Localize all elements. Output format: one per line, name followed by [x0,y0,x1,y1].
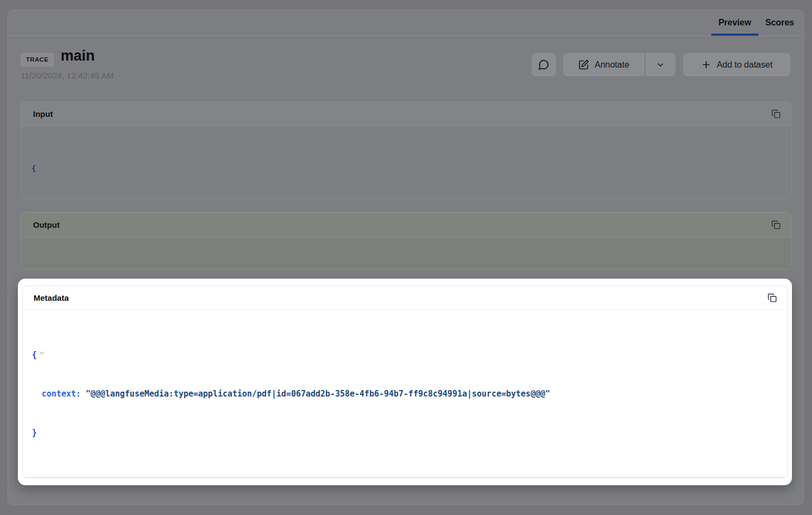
chevron-down-icon[interactable] [38,349,45,359]
json-open-brace: { [31,164,36,173]
metadata-json-viewer: { context: "@@@langfuseMedia:type=applic… [23,310,787,465]
annotate-button-label: Annotate [594,60,629,70]
annotate-button[interactable]: Annotate [563,53,645,76]
metadata-panel: Metadata { context: "@@@langfuseMedia:ty… [22,286,788,478]
trace-timestamp: 11/20/2024, 12:42:45 AM [21,71,114,81]
json-key: context: [42,389,81,399]
json-line: { [32,347,776,361]
tab-preview[interactable]: Preview [711,10,758,35]
json-line: context: "@@@langfuseMedia:type=applicat… [32,387,776,400]
copy-icon[interactable] [769,219,782,232]
add-to-dataset-button[interactable]: Add to dataset [683,53,790,76]
input-panel-title: Input [33,109,53,118]
input-panel: Input { args: [...] 0 Items kwargs: {...… [21,102,791,199]
add-to-dataset-label: Add to dataset [717,60,772,70]
chevron-down-icon[interactable] [38,163,45,171]
trace-preview-screen: Preview Scores TRACE main 11/20/2024, 12… [0,0,812,515]
copy-icon[interactable] [765,292,778,305]
json-line: } [32,426,776,439]
annotate-more-button[interactable] [645,53,676,76]
comment-button[interactable] [532,53,556,76]
trace-type-badge: TRACE [21,53,54,67]
input-json-viewer: { args: [...] 0 Items kwargs: {...} 0 It… [21,126,791,199]
tab-scores[interactable]: Scores [758,10,801,35]
trace-title: main [61,48,95,64]
output-json-viewer: null [21,237,791,269]
metadata-panel-title: Metadata [34,293,69,302]
chevron-down-icon [656,61,665,69]
plus-icon [701,60,711,70]
comment-icon [538,59,549,70]
input-panel-header: Input [21,102,791,126]
json-string-value: "@@@langfuseMedia:type=application/pdf|i… [86,389,550,399]
json-open-brace: { [32,350,37,360]
output-panel: Output null [21,212,791,269]
annotate-icon [578,60,589,70]
output-panel-header: Output [21,213,791,237]
metadata-spotlight: Metadata { context: "@@@langfuseMedia:ty… [18,279,792,485]
tab-bar: Preview Scores [8,10,803,36]
output-panel-title: Output [33,220,60,229]
metadata-panel-header: Metadata [23,286,787,310]
annotate-split-button: Annotate [563,53,676,76]
json-line: { [31,161,791,175]
media-section: Media PDF 067ad... [23,477,787,478]
copy-icon[interactable] [769,108,782,121]
json-close-brace: } [32,428,37,438]
